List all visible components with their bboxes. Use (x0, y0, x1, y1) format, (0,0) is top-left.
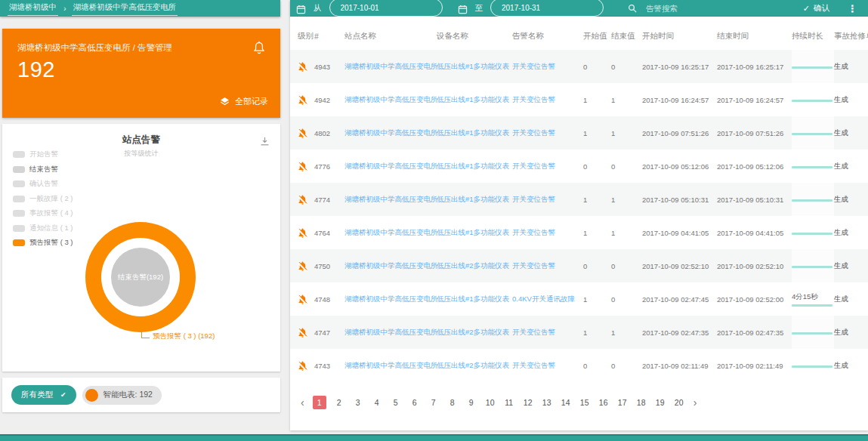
breadcrumb-item-site[interactable]: 湖塘桥初级中 (8, 2, 58, 16)
chart-legend-item[interactable]: 预告报警 ( 3 ) (13, 238, 73, 248)
alarm-name-link[interactable]: 0.4KV开关通讯故障 (512, 295, 575, 303)
page-button[interactable]: 13 (541, 396, 553, 409)
page-button[interactable]: 20 (673, 396, 685, 409)
start-value: 0 (583, 50, 611, 83)
station-link[interactable]: 湖塘桥初级中学高低压变电所 (344, 361, 437, 369)
page-button[interactable]: 3 (352, 396, 364, 409)
generate-order-button[interactable]: 生成 (834, 128, 848, 137)
bell-icon[interactable] (252, 39, 267, 56)
muted-bell-icon (297, 128, 308, 139)
device-link[interactable]: 低压出线#1多功能仪表 (437, 162, 509, 170)
generate-order-button[interactable]: 生成 (834, 95, 848, 103)
alarm-search-input[interactable] (644, 3, 743, 14)
alarm-name-link[interactable]: 开关变位告警 (512, 62, 555, 70)
generate-order-button[interactable]: 生成 (834, 195, 848, 203)
all-records-button[interactable]: 全部记录 (220, 96, 268, 107)
device-link[interactable]: 低压出线#1多功能仪表 (437, 62, 509, 70)
generate-order-button[interactable]: 生成 (834, 228, 848, 236)
chart-legend-item[interactable]: 通知信息 ( 1 ) (13, 224, 73, 233)
alarm-level-cell (290, 150, 314, 183)
column-header: 开始时间 (642, 23, 717, 50)
alarm-level-cell (290, 83, 314, 116)
page-button[interactable]: 18 (635, 396, 647, 409)
next-page-button[interactable]: › (692, 397, 699, 408)
alarm-name-link[interactable]: 开关变位告警 (512, 95, 555, 103)
table-toolbar: 从 至 ✓ 确认 ⋮ (290, 0, 868, 17)
start-value: 1 (583, 282, 611, 316)
page-button[interactable]: 17 (616, 396, 629, 409)
station-link[interactable]: 湖塘桥初级中学高低压变电所 (344, 195, 437, 203)
page-button[interactable]: 14 (560, 396, 572, 409)
chart-legend-item[interactable]: 一般故障 ( 2 ) (13, 194, 73, 204)
alarm-level-cell (290, 316, 314, 349)
column-header: 设备名称 (437, 23, 512, 50)
alarm-name-link[interactable]: 开关变位告警 (512, 361, 555, 369)
station-link[interactable]: 湖塘桥初级中学高低压变电所 (344, 295, 437, 303)
breadcrumb-item-substation[interactable]: 湖塘桥初级中学高低压变电所 (72, 2, 178, 16)
start-time: 2017-10-09 16:24:57 (642, 83, 717, 116)
alarm-name-link[interactable]: 开关变位告警 (512, 261, 555, 270)
alarm-name-link[interactable]: 开关变位告警 (512, 228, 555, 236)
station-link[interactable]: 湖塘桥初级中学高低压变电所 (344, 128, 437, 137)
alarm-name-link[interactable]: 开关变位告警 (512, 328, 555, 336)
date-from-input[interactable] (329, 0, 443, 17)
page-button[interactable]: 8 (446, 396, 459, 409)
chart-legend-item[interactable]: 结束告警 (13, 165, 73, 174)
donut-chart[interactable]: 结束告警(192) (85, 222, 196, 332)
generate-order-button[interactable]: 生成 (834, 162, 848, 170)
page-button[interactable]: 9 (465, 396, 477, 409)
calendar-icon[interactable] (296, 4, 306, 14)
prev-page-button[interactable]: ‹ (299, 397, 306, 408)
generate-order-button[interactable]: 生成 (834, 261, 848, 270)
page-button[interactable]: 4 (371, 396, 383, 409)
station-link[interactable]: 湖塘桥初级中学高低压变电所 (344, 95, 437, 103)
generate-order-button[interactable]: 生成 (834, 361, 848, 369)
device-link[interactable]: 低压出线#1多功能仪表 (437, 195, 509, 203)
page-button[interactable]: 7 (428, 396, 440, 409)
page-button[interactable]: 11 (503, 396, 515, 409)
generate-order-button[interactable]: 生成 (834, 328, 848, 336)
filter-bar: 所有类型 ✔ 智能电表: 192 (2, 378, 280, 412)
device-link[interactable]: 低压出线#1多功能仪表 (437, 95, 509, 103)
page-button[interactable]: 16 (598, 396, 610, 409)
page-button[interactable]: 1 (313, 396, 326, 409)
page-button[interactable]: 10 (484, 396, 496, 409)
page-button[interactable]: 6 (409, 396, 421, 409)
chart-legend-item[interactable]: 事故报警 ( 4 ) (13, 208, 73, 218)
kebab-menu-icon[interactable]: ⋮ (845, 3, 860, 14)
station-link[interactable]: 湖塘桥初级中学高低压变电所 (344, 228, 437, 236)
station-link[interactable]: 湖塘桥初级中学高低压变电所 (344, 62, 437, 70)
legend-swatch-icon (13, 210, 25, 217)
chart-legend-item[interactable]: 确认告警 (13, 179, 73, 189)
device-link[interactable]: 低压出线#2多功能仪表 (437, 361, 509, 369)
legend-swatch-icon (13, 239, 25, 246)
device-link[interactable]: 低压出线#2多功能仪表 (437, 261, 509, 270)
device-link[interactable]: 低压出线#1多功能仪表 (437, 228, 509, 236)
alarm-name-link[interactable]: 开关变位告警 (512, 128, 555, 137)
alarm-name-link[interactable]: 开关变位告警 (512, 162, 555, 170)
all-types-pill[interactable]: 所有类型 ✔ (11, 385, 76, 405)
station-link[interactable]: 湖塘桥初级中学高低压变电所 (344, 328, 437, 336)
alarm-name-link[interactable]: 开关变位告警 (512, 195, 555, 203)
chart-legend-item[interactable]: 开始告警 (13, 150, 73, 159)
station-link[interactable]: 湖塘桥初级中学高低压变电所 (344, 261, 437, 270)
confirm-button[interactable]: ✓ 确认 (803, 3, 829, 14)
station-link[interactable]: 湖塘桥初级中学高低压变电所 (344, 162, 437, 170)
page-button[interactable]: 19 (654, 396, 666, 409)
page-button[interactable]: 2 (333, 396, 345, 409)
device-link[interactable]: 低压出线#1多功能仪表 (437, 128, 509, 137)
device-link[interactable]: 低压出线#2多功能仪表 (437, 328, 509, 336)
smart-meter-chip[interactable]: 智能电表: 192 (82, 386, 162, 405)
page-button[interactable]: 15 (579, 396, 591, 409)
calendar-icon[interactable] (458, 4, 468, 14)
end-value: 0 (611, 282, 642, 316)
page-button[interactable]: 12 (522, 396, 534, 409)
generate-order-button[interactable]: 生成 (834, 295, 848, 303)
breadcrumb-bar: 湖塘桥初级中 › 湖塘桥初级中学高低压变电所 (0, 0, 280, 17)
device-link[interactable]: 低压出线#1多功能仪表 (437, 295, 509, 303)
download-icon[interactable] (260, 136, 270, 146)
date-to-input[interactable] (490, 0, 604, 17)
end-value: 1 (611, 216, 642, 249)
page-button[interactable]: 5 (390, 396, 402, 409)
generate-order-button[interactable]: 生成 (834, 62, 848, 70)
